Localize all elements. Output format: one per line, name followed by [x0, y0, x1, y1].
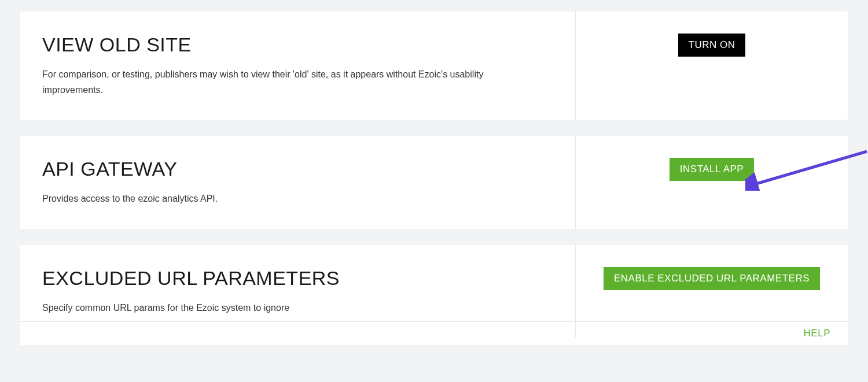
settings-card-excluded-url-parameters: EXCLUDED URL PARAMETERS Specify common U…: [20, 245, 848, 338]
enable-excluded-url-parameters-button[interactable]: ENABLE EXCLUDED URL PARAMETERS: [604, 267, 820, 290]
settings-card-api-gateway: API GATEWAY Provides access to the ezoic…: [20, 136, 848, 228]
card-content: VIEW OLD SITE For comparison, or testing…: [20, 12, 576, 120]
help-link[interactable]: HELP: [804, 328, 830, 339]
card-title: EXCLUDED URL PARAMETERS: [42, 267, 553, 290]
card-action-area: TURN ON: [576, 12, 848, 120]
card-action-area: ENABLE EXCLUDED URL PARAMETERS: [576, 245, 848, 338]
card-title: VIEW OLD SITE: [42, 34, 553, 56]
card-content: EXCLUDED URL PARAMETERS Specify common U…: [20, 245, 576, 338]
card-content: API GATEWAY Provides access to the ezoic…: [20, 136, 576, 228]
card-description: For comparison, or testing, publishers m…: [42, 66, 494, 98]
card-description: Specify common URL params for the Ezoic …: [42, 300, 494, 316]
card-description: Provides access to the ezoic analytics A…: [42, 191, 494, 206]
card-title: API GATEWAY: [42, 158, 553, 180]
card-action-area: INSTALL APP: [576, 136, 848, 228]
install-app-button[interactable]: INSTALL APP: [670, 158, 754, 181]
settings-card-view-old-site: VIEW OLD SITE For comparison, or testing…: [20, 12, 848, 120]
turn-on-button[interactable]: TURN ON: [678, 34, 746, 57]
